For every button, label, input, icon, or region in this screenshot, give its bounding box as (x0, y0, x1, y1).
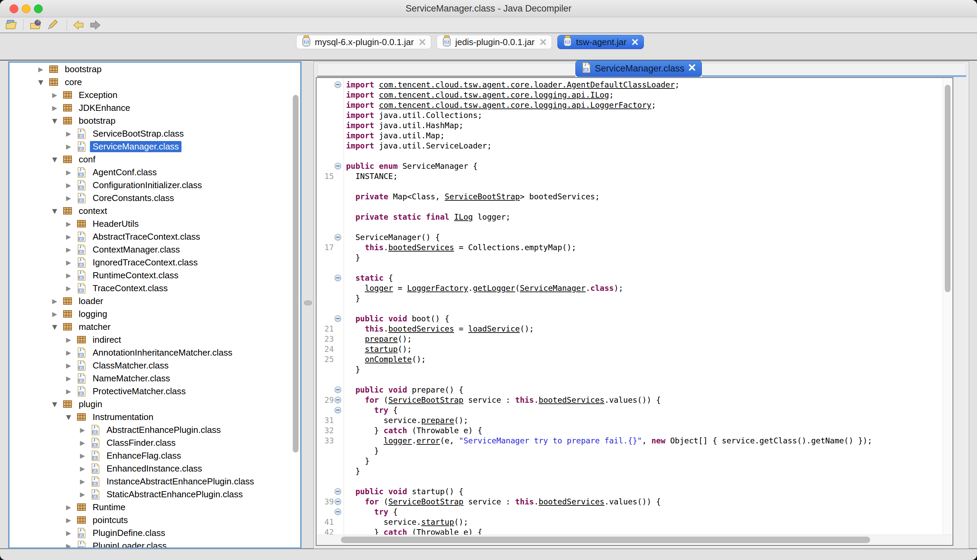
collapse-icon[interactable] (334, 82, 341, 88)
tree-item-PluginLoader.class[interactable]: ▶ J 010PluginLoader.class (10, 539, 300, 548)
collapse-icon[interactable] (334, 488, 341, 495)
editor-tab-servicemanager[interactable]: J 010 ServiceManager.class (575, 60, 702, 77)
tree-item-RuntimeContext.class[interactable]: ▶ J 010RuntimeContext.class (10, 269, 300, 282)
jar-tab-jedis-plugin-0.0.1.jar[interactable]: 010jedis-plugin-0.0.1.jar (437, 35, 552, 49)
tree-item-EnhancedInstance.class[interactable]: ▶ J 010EnhancedInstance.class (10, 462, 300, 475)
tree-item-bootstrap[interactable]: ▶ bootstrap (10, 63, 300, 76)
chevron-right-icon[interactable]: ▶ (77, 478, 87, 485)
collapse-icon[interactable] (334, 275, 341, 282)
collapse-icon[interactable] (334, 234, 341, 241)
tree-item-logging[interactable]: ▶ logging (10, 307, 300, 320)
chevron-right-icon[interactable]: ▶ (63, 284, 73, 292)
chevron-right-icon[interactable]: ▶ (50, 91, 60, 98)
tree-item-Instrumentation[interactable]: ▼ Instrumentation (10, 410, 300, 423)
chevron-right-icon[interactable]: ▶ (63, 503, 73, 511)
tree-item-PluginDefine.class[interactable]: ▶ J 010PluginDefine.class (10, 527, 300, 539)
tree-item-context[interactable]: ▼ context (10, 204, 300, 217)
tree-item-core[interactable]: ▼ core (10, 76, 300, 88)
tree-item-AnnotationInheritanceMatcher.class[interactable]: ▶ J 010AnnotationInheritanceMatcher.clas… (10, 346, 300, 359)
editor-tab-close-icon[interactable] (688, 63, 696, 74)
collapse-icon[interactable] (334, 397, 341, 403)
forward-icon[interactable] (88, 18, 102, 32)
tree-item-ProtectiveMatcher.class[interactable]: ▶ J 010ProtectiveMatcher.class (10, 385, 300, 398)
chevron-right-icon[interactable]: ▶ (77, 426, 87, 433)
tree-item-StaticAbstractEnhancePlugin.class[interactable]: ▶ J 010StaticAbstractEnhancePlugin.class (10, 488, 300, 501)
chevron-right-icon[interactable]: ▶ (63, 362, 73, 369)
tree-item-pointcuts[interactable]: ▶ pointcuts (10, 513, 300, 527)
editor-hscrollbar-thumb[interactable] (341, 537, 870, 543)
chevron-right-icon[interactable]: ▶ (63, 258, 73, 266)
chevron-down-icon[interactable]: ▼ (50, 323, 60, 330)
tree-item-matcher[interactable]: ▼ matcher (10, 320, 300, 333)
tree-item-plugin[interactable]: ▼ plugin (10, 398, 300, 410)
chevron-right-icon[interactable]: ▶ (63, 168, 73, 176)
tree-scrollbar-thumb[interactable] (293, 95, 299, 453)
chevron-right-icon[interactable]: ▶ (50, 104, 60, 112)
open-jar-icon[interactable] (29, 18, 43, 32)
chevron-right-icon[interactable]: ▶ (77, 452, 87, 459)
tree-item-Exception[interactable]: ▶ Exception (10, 88, 300, 102)
tree-item-ServiceBootStrap.class[interactable]: ▶ J 010ServiceBootStrap.class (10, 127, 300, 140)
code-area[interactable]: import com.tencent.cloud.tsw.agent.core.… (344, 78, 943, 535)
chevron-right-icon[interactable]: ▶ (63, 542, 73, 548)
tree-item-ContextManager.class[interactable]: ▶ J 010ContextManager.class (10, 243, 300, 256)
tree-item-IgnoredTraceContext.class[interactable]: ▶ J 010IgnoredTraceContext.class (10, 256, 300, 269)
search-pen-icon[interactable] (45, 18, 59, 32)
chevron-right-icon[interactable]: ▶ (63, 182, 73, 189)
chevron-right-icon[interactable]: ▶ (77, 439, 87, 447)
collapse-icon[interactable] (334, 315, 341, 322)
chevron-right-icon[interactable]: ▶ (63, 349, 73, 356)
tab-close-icon[interactable] (539, 38, 547, 46)
tree-item-ClassFinder.class[interactable]: ▶ J 010ClassFinder.class (10, 436, 300, 449)
tree-item-loader[interactable]: ▶ loader (10, 295, 300, 307)
jar-tab-tsw-agent.jar[interactable]: 010tsw-agent.jar (557, 35, 644, 49)
chevron-right-icon[interactable]: ▶ (63, 387, 73, 395)
tree-item-bootstrap[interactable]: ▼ bootstrap (10, 114, 300, 127)
chevron-right-icon[interactable]: ▶ (63, 375, 73, 382)
tree-item-AbstractTraceContext.class[interactable]: ▶ J 010AbstractTraceContext.class (10, 230, 300, 243)
collapse-icon[interactable] (334, 508, 341, 515)
chevron-right-icon[interactable]: ▶ (63, 516, 73, 524)
collapse-icon[interactable] (334, 163, 341, 170)
tree-item-CoreConstants.class[interactable]: ▶ J 010CoreConstants.class (10, 192, 300, 204)
chevron-right-icon[interactable]: ▶ (77, 465, 87, 472)
tree-item-ConfigurationInitializer.class[interactable]: ▶ J 010ConfigurationInitializer.class (10, 178, 300, 192)
tree-item-AgentConf.class[interactable]: ▶ J 010AgentConf.class (10, 166, 300, 178)
editor-vscrollbar-thumb[interactable] (945, 85, 950, 292)
chevron-right-icon[interactable]: ▶ (63, 336, 73, 343)
tree-item-NameMatcher.class[interactable]: ▶ J 010NameMatcher.class (10, 372, 300, 385)
split-divider-handle[interactable] (304, 300, 312, 305)
tab-close-icon[interactable] (419, 38, 426, 46)
tree-item-ClassMatcher.class[interactable]: ▶ J 010ClassMatcher.class (10, 359, 300, 372)
open-file-icon[interactable] (5, 18, 18, 32)
tree-item-Runtime[interactable]: ▶ Runtime (10, 501, 300, 513)
chevron-down-icon[interactable]: ▼ (36, 78, 46, 86)
chevron-right-icon[interactable]: ▶ (63, 130, 73, 137)
jar-tab-mysql-6.x-plugin-0.0.1.jar[interactable]: 010mysql-6.x-plugin-0.0.1.jar (296, 35, 431, 49)
chevron-right-icon[interactable]: ▶ (63, 143, 73, 150)
chevron-down-icon[interactable]: ▼ (50, 117, 60, 124)
chevron-right-icon[interactable]: ▶ (50, 310, 60, 318)
collapse-icon[interactable] (334, 498, 341, 505)
chevron-down-icon[interactable]: ▼ (50, 207, 60, 215)
chevron-down-icon[interactable]: ▼ (63, 413, 73, 421)
collapse-icon[interactable] (334, 407, 341, 413)
tree-item-HeaderUtils[interactable]: ▶ HeaderUtils (10, 217, 300, 230)
chevron-right-icon[interactable]: ▶ (50, 297, 60, 305)
chevron-right-icon[interactable]: ▶ (63, 233, 73, 240)
tab-close-icon[interactable] (631, 38, 639, 46)
tree-item-conf[interactable]: ▼ conf (10, 153, 300, 166)
chevron-right-icon[interactable]: ▶ (63, 272, 73, 279)
back-icon[interactable] (72, 18, 85, 32)
chevron-down-icon[interactable]: ▼ (50, 400, 60, 408)
chevron-right-icon[interactable]: ▶ (63, 529, 73, 537)
chevron-right-icon[interactable]: ▶ (77, 490, 87, 498)
tree-item-AbstractEnhancePlugin.class[interactable]: ▶ J 010AbstractEnhancePlugin.class (10, 423, 300, 436)
collapse-icon[interactable] (334, 387, 341, 393)
tree-item-EnhanceFlag.class[interactable]: ▶ J 010EnhanceFlag.class (10, 449, 300, 462)
tree-item-JDKEnhance[interactable]: ▶ JDKEnhance (10, 102, 300, 114)
chevron-down-icon[interactable]: ▼ (50, 156, 60, 163)
tree-item-indirect[interactable]: ▶ indirect (10, 333, 300, 346)
tree-item-ServiceManager.class[interactable]: ▶ J 010ServiceManager.class (10, 140, 300, 153)
chevron-right-icon[interactable]: ▶ (63, 246, 73, 253)
